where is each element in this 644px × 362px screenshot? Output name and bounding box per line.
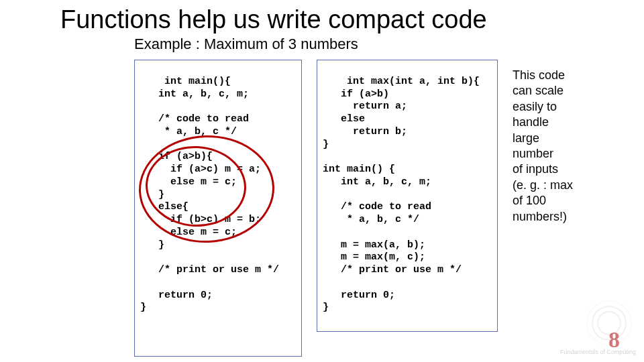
code-box-right: int max(int a, int b){ if (a>b) return a… <box>317 60 498 332</box>
content-row: int main(){ int a, b, c, m; /* code to r… <box>0 53 644 357</box>
slide-title: Functions help us write compact code <box>0 0 644 34</box>
slide-subtitle: Example : Maximum of 3 numbers <box>0 34 644 53</box>
code-right-text: int max(int a, int b){ if (a>b) return a… <box>323 76 480 314</box>
page-number: 8 <box>608 327 620 353</box>
watermark-caption: Fundamentals of Computing <box>560 349 636 355</box>
code-box-left: int main(){ int a, b, c, m; /* code to r… <box>134 60 302 357</box>
side-note: This code can scale easily to handle lar… <box>513 60 600 225</box>
